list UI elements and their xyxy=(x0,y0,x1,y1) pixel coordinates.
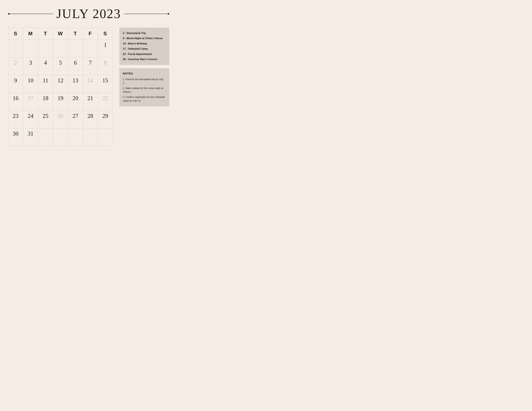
calendar-table: S M T W T F S 12345678910111213141516171… xyxy=(8,28,113,146)
event-item-5: 22 - Facial Appointment xyxy=(123,52,166,56)
calendar-cell xyxy=(38,128,53,146)
page-title: JULY 2023 xyxy=(57,6,121,21)
day-header-wed: W xyxy=(53,28,68,40)
calendar-cell: 8 xyxy=(98,57,113,75)
note-item-3: 3. Confirm registration for the volleyba… xyxy=(123,95,166,103)
calendar-cell: 2 xyxy=(8,57,23,75)
day-header-tue: T xyxy=(38,28,53,40)
calendar-wrapper: S M T W T F S 12345678910111213141516171… xyxy=(8,28,113,146)
calendar-cell: 16 xyxy=(8,93,23,111)
day-header-sun: S xyxy=(8,28,23,40)
calendar-row: 23242526272829 xyxy=(8,111,113,128)
notes-title: NOTES: xyxy=(123,72,166,75)
calendar-row: 16171819202122 xyxy=(8,93,113,111)
sidebar: 2 - Disneyland Trip 8 - Movie Night at C… xyxy=(119,28,169,106)
calendar-cell: 21 xyxy=(83,93,98,111)
event-item-4: 17 - Volleyball Camp xyxy=(123,47,166,51)
note-item-1: 1. Pack for the Disneyland trip by July … xyxy=(123,77,166,85)
calendar-cell: 20 xyxy=(68,93,83,111)
calendar-cell: 23 xyxy=(8,111,23,128)
calendar-row: 1 xyxy=(8,40,113,57)
main-content: S M T W T F S 12345678910111213141516171… xyxy=(8,28,169,146)
calendar-cell: 15 xyxy=(98,75,113,93)
calendar-cell: 19 xyxy=(53,93,68,111)
calendar-cell: 6 xyxy=(68,57,83,75)
calendar-cell: 25 xyxy=(38,111,53,128)
calendar-cell: 13 xyxy=(68,75,83,93)
events-box: 2 - Disneyland Trip 8 - Movie Night at C… xyxy=(119,28,169,65)
header-line-left xyxy=(8,14,53,14)
calendar-row: 3031 xyxy=(8,128,113,146)
calendar-cell: 5 xyxy=(53,57,68,75)
calendar-cell: 31 xyxy=(23,128,38,146)
calendar-cell xyxy=(53,128,68,146)
calendar-cell xyxy=(68,40,83,57)
calendar-cell xyxy=(23,40,38,57)
calendar-cell: 18 xyxy=(38,93,53,111)
calendar-row: 2345678 xyxy=(8,57,113,75)
day-header-thu: T xyxy=(68,28,83,40)
calendar-cell xyxy=(38,40,53,57)
header-line-right xyxy=(124,14,169,14)
calendar-cell: 4 xyxy=(38,57,53,75)
calendar-cell: 14 xyxy=(83,75,98,93)
calendar-cell: 22 xyxy=(98,93,113,111)
calendar-header: JULY 2023 xyxy=(8,6,169,21)
calendar-cell: 24 xyxy=(23,111,38,128)
event-item-6: 26 - Courtney Rae's Concert xyxy=(123,57,166,61)
calendar-cell: 28 xyxy=(83,111,98,128)
notes-box: NOTES: 1. Pack for the Disneyland trip b… xyxy=(119,68,169,106)
calendar-cell: 9 xyxy=(8,75,23,93)
calendar-header-row: S M T W T F S xyxy=(8,28,113,40)
calendar-cell xyxy=(83,128,98,146)
calendar-cell: 11 xyxy=(38,75,53,93)
calendar-cell xyxy=(53,40,68,57)
calendar-cell: 10 xyxy=(23,75,38,93)
day-header-mon: M xyxy=(23,28,38,40)
calendar-cell xyxy=(68,128,83,146)
calendar-cell: 7 xyxy=(83,57,98,75)
calendar-cell xyxy=(8,40,23,57)
calendar-cell: 3 xyxy=(23,57,38,75)
calendar-cell xyxy=(98,128,113,146)
event-item-2: 8 - Movie Night at Chloe's House xyxy=(123,37,166,40)
calendar-cell: 1 xyxy=(98,40,113,57)
day-header-fri: F xyxy=(83,28,98,40)
calendar-cell xyxy=(83,40,98,57)
calendar-cell: 27 xyxy=(68,111,83,128)
day-header-sat: S xyxy=(98,28,113,40)
calendar-cell: 17 xyxy=(23,93,38,111)
calendar-cell: 12 xyxy=(53,75,68,93)
page-container: JULY 2023 S M T W T F S 12 xyxy=(8,6,169,146)
event-item-3: 14 - Mom's Birthday xyxy=(123,42,166,46)
calendar-cell: 29 xyxy=(98,111,113,128)
calendar-row: 9101112131415 xyxy=(8,75,113,93)
calendar-cell: 30 xyxy=(8,128,23,146)
event-item-1: 2 - Disneyland Trip xyxy=(123,31,166,35)
note-item-2: 2. Bake cookies for the movie night at C… xyxy=(123,86,166,94)
calendar-cell: 26 xyxy=(53,111,68,128)
